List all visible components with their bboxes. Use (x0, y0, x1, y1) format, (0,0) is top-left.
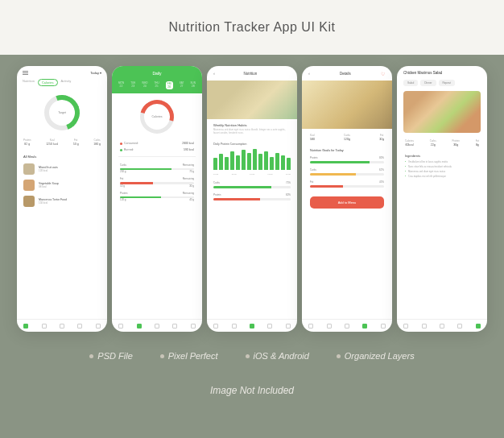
day-wed[interactable]: WED24 (142, 81, 147, 89)
nav-icon[interactable] (137, 324, 142, 328)
meal-row[interactable]: Vegetable Soup98 kcal (17, 177, 107, 193)
nav-icon[interactable] (286, 324, 291, 328)
features-list: PSD File Pixel Perfect iOS & Android Org… (0, 351, 504, 361)
nav-icon[interactable] (327, 324, 332, 328)
protein-bar-chart (207, 147, 297, 173)
calorie-ring: Calories (140, 100, 174, 134)
nav-icon[interactable] (403, 324, 408, 328)
day-picker: MON22 TUE23 WED24 THU25 FRI26 SAT27 SUN2… (112, 79, 202, 93)
back-icon[interactable]: ‹ (308, 71, 310, 76)
chart-title: Daily Protein Consumption (207, 139, 297, 147)
screen-nutrition: ‹Nutrition Weekly Nutrition Habits Maece… (207, 66, 297, 332)
tag-repeat[interactable]: Repeat (439, 80, 455, 86)
recipe-title: Chicken Maximus Salad (403, 71, 481, 75)
day-sat[interactable]: SAT27 (180, 81, 184, 89)
nav-icon[interactable] (213, 324, 218, 328)
screen-recipe: Chicken Maximus Salad Salad Dinner Repea… (397, 66, 487, 332)
kit-title: Nutrition Tracker App UI Kit (169, 20, 336, 35)
back-icon[interactable]: ‹ (213, 71, 215, 76)
nav-icon[interactable] (155, 324, 159, 328)
day-fri[interactable]: FRI26 (166, 81, 173, 89)
goals-heading: Nutrition Goals for Today (302, 146, 392, 154)
calorie-ring: Target (44, 95, 80, 130)
day-sun[interactable]: SUN28 (191, 81, 196, 89)
screen-daily: Daily MON22 TUE23 WED24 THU25 FRI26 SAT2… (112, 66, 202, 332)
feature-item: Pixel Perfect (160, 351, 218, 361)
nav-icon[interactable] (77, 324, 82, 328)
nav-icon[interactable] (267, 324, 272, 328)
daily-header: Daily MON22 TUE23 WED24 THU25 FRI26 SAT2… (112, 66, 202, 93)
feature-item: iOS & Android (246, 351, 309, 361)
ingredient-item: Cras dapibus nisi vel elit pellentesque (397, 174, 487, 179)
nav-icon[interactable] (476, 324, 481, 328)
hero-image (207, 81, 297, 119)
nav-icon[interactable] (345, 324, 349, 328)
meal-thumb (23, 180, 35, 191)
feature-item: Organized Layers (337, 351, 415, 361)
nav-icon[interactable] (457, 324, 462, 328)
screens-container: Today ▾ Nutrition Calories Activity Targ… (0, 55, 504, 332)
nav-icon[interactable] (250, 324, 254, 328)
nav-icon[interactable] (42, 324, 47, 328)
screen-dashboard: Today ▾ Nutrition Calories Activity Targ… (17, 66, 107, 332)
nav-icon[interactable] (191, 324, 196, 328)
nav-icon[interactable] (118, 324, 123, 328)
meal-row[interactable]: Mixed fruit oats120 kcal (17, 161, 107, 177)
macro-bars: CarbsRemaining250 g70 g FatRemaining50 g… (112, 160, 202, 209)
nav-icon[interactable] (308, 324, 313, 328)
meal-thumb (23, 163, 35, 175)
nav-icon[interactable] (362, 324, 367, 328)
target-label: Target (58, 111, 66, 114)
nav-icon[interactable] (60, 324, 64, 328)
all-meals-heading: All Meals (17, 151, 107, 161)
day-tue[interactable]: TUE23 (130, 81, 135, 89)
feature-item: PSD File (89, 351, 132, 361)
nav-home-icon[interactable] (23, 324, 28, 328)
metric-tabs: Nutrition Calories Activity (17, 77, 107, 90)
dish-image (302, 81, 392, 129)
promo-header: Nutrition Tracker App UI Kit (0, 0, 504, 55)
macro-summary: Protein82 g Kcal1250 kcal Fat53 g Carbs1… (17, 134, 107, 151)
meal-row[interactable]: Maecenas Tortor Food150 kcal (17, 193, 107, 209)
screen-details: ‹Details Kcal580 Carbs120g Fat32g Nutrit… (302, 66, 392, 332)
nav-icon[interactable] (381, 324, 386, 328)
ingredients-heading: Ingredients (397, 151, 487, 159)
tag-dinner[interactable]: Dinner (420, 80, 436, 86)
tab-activity[interactable]: Activity (61, 79, 72, 86)
nav-icon[interactable] (96, 324, 101, 328)
today-selector[interactable]: Today ▾ (90, 71, 101, 75)
add-to-menu-button[interactable]: Add to Menu (310, 196, 384, 209)
disclaimer-text: Image Not Included (0, 385, 504, 396)
day-mon[interactable]: MON22 (118, 81, 124, 89)
nav-icon[interactable] (172, 324, 177, 328)
hamburger-icon[interactable] (23, 71, 28, 75)
recipe-image (403, 91, 481, 133)
tab-nutrition[interactable]: Nutrition (23, 79, 35, 86)
tab-calories[interactable]: Calories (38, 79, 58, 86)
bottom-nav (17, 319, 107, 332)
day-thu[interactable]: THU25 (154, 81, 159, 89)
nav-icon[interactable] (440, 324, 444, 328)
nav-icon[interactable] (232, 324, 237, 328)
nav-icon[interactable] (422, 324, 427, 328)
tag-salad[interactable]: Salad (403, 80, 418, 86)
heart-icon[interactable] (381, 71, 386, 76)
meal-thumb (23, 196, 35, 207)
